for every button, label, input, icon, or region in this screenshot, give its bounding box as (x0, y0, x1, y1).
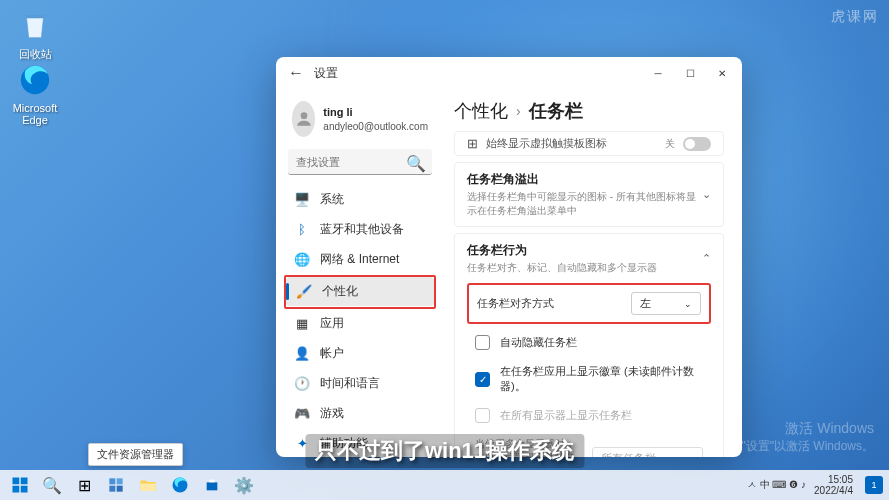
svg-point-1 (300, 112, 307, 119)
settings-button[interactable]: ⚙️ (230, 472, 258, 498)
section-desc: 任务栏对齐、标记、自动隐藏和多个显示器 (467, 261, 657, 275)
settings-window: ← 设置 ─ ☐ ✕ ting li andyleo0@outlook.com … (276, 57, 742, 457)
minimize-button[interactable]: ─ (642, 59, 674, 87)
sidebar-item-label: 帐户 (320, 345, 344, 362)
gaming-icon: 🎮 (294, 406, 310, 422)
svg-rect-8 (109, 486, 115, 492)
touchpad-icon: ⊞ (467, 136, 478, 151)
recycle-bin-icon (15, 5, 55, 45)
breadcrumb: 个性化 › 任务栏 (454, 99, 724, 123)
alignment-label: 任务栏对齐方式 (477, 296, 554, 311)
search-button[interactable]: 🔍 (38, 472, 66, 498)
option-label: 在任务栏应用上显示徽章 (未读邮件计数器)。 (500, 364, 703, 394)
system-icon: 🖥️ (294, 192, 310, 208)
sidebar-item-system[interactable]: 🖥️系统 (284, 185, 436, 214)
time-icon: 🕐 (294, 376, 310, 392)
user-account-box[interactable]: ting li andyleo0@outlook.com (284, 97, 436, 149)
desktop-icon-recycle-bin[interactable]: 回收站 (5, 5, 65, 62)
bluetooth-icon: ᛒ (294, 222, 310, 238)
chevron-up-icon: ⌃ (702, 252, 711, 265)
sidebar: ting li andyleo0@outlook.com 🔍 🖥️系统 ᛒ蓝牙和… (276, 89, 444, 457)
svg-rect-9 (117, 486, 123, 492)
user-name: ting li (323, 105, 428, 119)
start-button[interactable] (6, 472, 34, 498)
sidebar-item-time[interactable]: 🕐时间和语言 (284, 369, 436, 398)
desktop-icon-edge[interactable]: Microsoft Edge (5, 60, 65, 126)
toggle-state: 关 (665, 137, 675, 151)
section-title: 任务栏角溢出 (467, 171, 702, 188)
row-taskbar-alignment: 任务栏对齐方式 左 ⌄ (469, 285, 709, 322)
option-label: 自动隐藏任务栏 (500, 335, 577, 350)
multi-monitor-dropdown: 所有任务栏 ⌄ (592, 447, 703, 458)
edge-icon (15, 60, 55, 100)
activate-title: 激活 Windows (717, 420, 874, 438)
store-button[interactable] (198, 472, 226, 498)
notification-badge[interactable]: 1 (865, 476, 883, 494)
search-box: 🔍 (288, 149, 432, 175)
titlebar: ← 设置 ─ ☐ ✕ (276, 57, 742, 89)
sidebar-item-label: 系统 (320, 191, 344, 208)
desktop-icon-label: 回收站 (19, 48, 52, 60)
date: 2022/4/4 (814, 485, 853, 496)
activate-windows-watermark: 激活 Windows 转到"设置"以激活 Windows。 (717, 420, 874, 455)
close-button[interactable]: ✕ (706, 59, 738, 87)
sidebar-item-personalization[interactable]: 🖌️个性化 (286, 277, 434, 306)
avatar (292, 101, 315, 137)
row-auto-hide[interactable]: 自动隐藏任务栏 (467, 328, 711, 357)
accounts-icon: 👤 (294, 346, 310, 362)
sidebar-item-label: 游戏 (320, 405, 344, 422)
desktop-icon-label: Microsoft Edge (13, 102, 58, 126)
taskbar: 🔍 ⊞ ⚙️ ㅅ 中 ⌨ ❻ ♪ 15:05 2022/4/4 1 (0, 470, 889, 500)
tray-icons[interactable]: ㅅ 中 ⌨ ❻ ♪ (747, 478, 806, 492)
time: 15:05 (814, 474, 853, 485)
user-email: andyleo0@outlook.com (323, 120, 428, 133)
sidebar-item-bluetooth[interactable]: ᛒ蓝牙和其他设备 (284, 215, 436, 244)
touchpad-label: 始终显示虚拟触摸板图标 (486, 136, 657, 151)
back-button[interactable]: ← (286, 63, 306, 83)
sidebar-item-label: 应用 (320, 315, 344, 332)
edge-button[interactable] (166, 472, 194, 498)
row-show-badge[interactable]: ✓ 在任务栏应用上显示徽章 (未读邮件计数器)。 (467, 357, 711, 401)
section-title: 任务栏行为 (467, 242, 657, 259)
apps-icon: ▦ (294, 316, 310, 332)
section-header-overflow[interactable]: 任务栏角溢出 选择任务栏角中可能显示的图标 - 所有其他图标将显示在任务栏角溢出… (467, 171, 711, 218)
section-overflow: 任务栏角溢出 选择任务栏角中可能显示的图标 - 所有其他图标将显示在任务栏角溢出… (454, 162, 724, 227)
dropdown-value: 所有任务栏 (601, 451, 656, 458)
section-header-behavior[interactable]: 任务栏行为 任务栏对齐、标记、自动隐藏和多个显示器 ⌃ (467, 242, 711, 275)
checkbox-all-monitors (475, 408, 490, 423)
system-tray: ㅅ 中 ⌨ ❻ ♪ 15:05 2022/4/4 1 (747, 474, 883, 496)
clock[interactable]: 15:05 2022/4/4 (814, 474, 857, 496)
sidebar-item-label: 个性化 (322, 283, 358, 300)
sidebar-item-gaming[interactable]: 🎮游戏 (284, 399, 436, 428)
personalization-icon: 🖌️ (296, 284, 312, 300)
option-label: 在所有显示器上显示任务栏 (500, 408, 632, 423)
breadcrumb-root[interactable]: 个性化 (454, 99, 508, 123)
watermark-logo: 虎课网 (831, 8, 879, 26)
sidebar-item-label: 蓝牙和其他设备 (320, 221, 404, 238)
chevron-down-icon: ⌄ (684, 299, 692, 309)
svg-rect-5 (21, 486, 28, 493)
touchpad-toggle-row[interactable]: ⊞ 始终显示虚拟触摸板图标 关 (454, 131, 724, 156)
breadcrumb-leaf: 任务栏 (529, 99, 583, 123)
chevron-down-icon: ⌄ (686, 453, 694, 457)
network-icon: 🌐 (294, 252, 310, 268)
toggle-switch[interactable] (683, 137, 711, 151)
content-area: 个性化 › 任务栏 ⊞ 始终显示虚拟触摸板图标 关 任务栏角溢出 选择任务栏角中… (444, 89, 742, 457)
widgets-button[interactable] (102, 472, 130, 498)
svg-rect-4 (13, 486, 20, 493)
sidebar-item-label: 时间和语言 (320, 375, 380, 392)
row-all-monitors: 在所有显示器上显示任务栏 (467, 401, 711, 430)
sidebar-item-accounts[interactable]: 👤帐户 (284, 339, 436, 368)
sidebar-item-apps[interactable]: ▦应用 (284, 309, 436, 338)
section-behavior: 任务栏行为 任务栏对齐、标记、自动隐藏和多个显示器 ⌃ 任务栏对齐方式 左 ⌄ (454, 233, 724, 457)
checkbox-show-badge[interactable]: ✓ (475, 372, 490, 387)
file-explorer-button[interactable] (134, 472, 162, 498)
taskbar-tooltip: 文件资源管理器 (88, 443, 183, 466)
alignment-dropdown[interactable]: 左 ⌄ (631, 292, 701, 315)
section-desc: 选择任务栏角中可能显示的图标 - 所有其他图标将显示在任务栏角溢出菜单中 (467, 190, 702, 218)
maximize-button[interactable]: ☐ (674, 59, 706, 87)
checkbox-auto-hide[interactable] (475, 335, 490, 350)
dropdown-value: 左 (640, 296, 651, 311)
task-view-button[interactable]: ⊞ (70, 472, 98, 498)
sidebar-item-network[interactable]: 🌐网络 & Internet (284, 245, 436, 274)
